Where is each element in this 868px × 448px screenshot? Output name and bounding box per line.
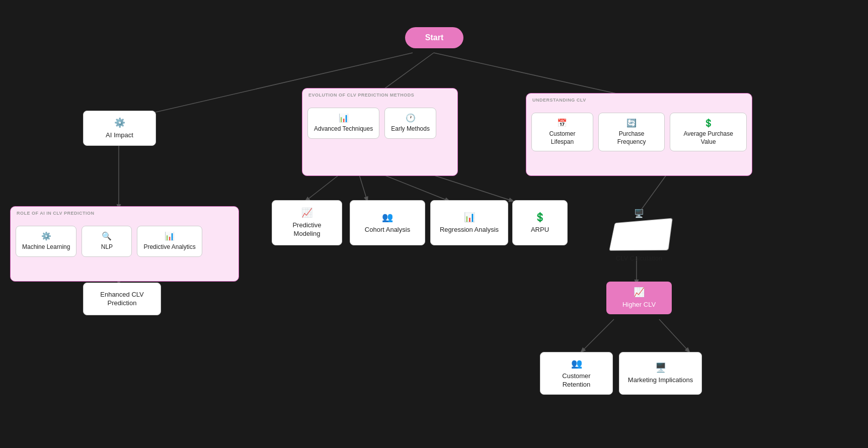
evolution-group: EVOLUTION OF CLV PREDICTION METHODS 📊 Ad… xyxy=(302,88,458,176)
regression-analysis-node[interactable]: 📊 Regression Analysis xyxy=(430,200,508,245)
cohort-analysis-node[interactable]: 👥 Cohort Analysis xyxy=(350,200,425,245)
purchase-frequency-label: Purchase Frequency xyxy=(605,130,659,146)
gear-icon: ⚙️ xyxy=(114,117,125,128)
average-purchase-value-node[interactable]: 💲 Average Purchase Value xyxy=(670,113,747,151)
ai-impact-label: AI Impact xyxy=(106,131,133,140)
people-icon: 👥 xyxy=(382,212,393,223)
higher-clv-label: Higher CLV xyxy=(622,301,656,309)
enhanced-clv-node[interactable]: Enhanced CLV Prediction xyxy=(83,283,161,315)
bar-chart-icon: 📊 xyxy=(165,231,175,241)
enhanced-clv-label: Enhanced CLV Prediction xyxy=(91,291,153,308)
monitor-icon: 🖥️ xyxy=(655,362,666,373)
clv-diamond-shape xyxy=(609,218,673,251)
regression-analysis-label: Regression Analysis xyxy=(440,226,499,234)
clv-calculation-node[interactable]: 🖥️ CLV Calculation xyxy=(596,209,682,263)
svg-line-10 xyxy=(659,319,689,352)
graph-icon: 📊 xyxy=(464,212,475,223)
customer-lifespan-node[interactable]: 📅 Customer Lifespan xyxy=(531,113,593,151)
start-label: Start xyxy=(405,27,463,48)
trend-up-icon: 📈 xyxy=(634,287,645,298)
dollar-icon-2: 💲 xyxy=(534,212,545,223)
arpu-node[interactable]: 💲 ARPU xyxy=(512,200,568,245)
svg-line-0 xyxy=(378,53,434,93)
purchase-frequency-node[interactable]: 🔄 Purchase Frequency xyxy=(598,113,665,151)
understanding-clv-group: UNDERSTANDING CLV 📅 Customer Lifespan 🔄 … xyxy=(526,93,752,176)
search-icon: 🔍 xyxy=(102,231,112,241)
nlp-label: NLP xyxy=(101,243,113,251)
svg-line-1 xyxy=(434,53,637,98)
clock-icon: 🕐 xyxy=(406,113,416,123)
customer-retention-node[interactable]: 👥 Customer Retention xyxy=(540,352,613,395)
customer-retention-label: Customer Retention xyxy=(547,372,605,389)
ai-role-group-label: ROLE OF AI IN CLV PREDICTION xyxy=(17,211,95,216)
machine-learning-label: Machine Learning xyxy=(22,243,70,251)
calc-icon: 🖥️ xyxy=(634,209,644,218)
predictive-analytics-node[interactable]: 📊 Predictive Analytics xyxy=(137,226,202,257)
clv-calculation-label: CLV Calculation xyxy=(616,254,662,263)
higher-clv-node[interactable]: 📈 Higher CLV xyxy=(606,282,672,314)
cohort-analysis-label: Cohort Analysis xyxy=(365,226,410,234)
ai-impact-node[interactable]: ⚙️ AI Impact xyxy=(83,111,156,146)
people-icon-2: 👥 xyxy=(571,358,582,369)
early-methods-node[interactable]: 🕐 Early Methods xyxy=(384,108,436,139)
ai-role-group: ROLE OF AI IN CLV PREDICTION ⚙️ Machine … xyxy=(10,206,239,282)
customer-lifespan-label: Customer Lifespan xyxy=(538,130,587,146)
nlp-node[interactable]: 🔍 NLP xyxy=(82,226,132,257)
refresh-icon: 🔄 xyxy=(626,118,637,128)
early-methods-label: Early Methods xyxy=(391,125,430,133)
predictive-modeling-node[interactable]: 📈 Predictive Modeling xyxy=(272,200,342,245)
advanced-techniques-label: Advanced Techniques xyxy=(314,125,373,133)
understanding-clv-label: UNDERSTANDING CLV xyxy=(532,98,586,103)
predictive-analytics-label: Predictive Analytics xyxy=(143,243,195,251)
advanced-techniques-node[interactable]: 📊 Advanced Techniques xyxy=(307,108,379,139)
svg-line-9 xyxy=(581,319,614,352)
dollar-icon-1: 💲 xyxy=(703,118,714,128)
arpu-label: ARPU xyxy=(531,226,549,234)
marketing-implications-node[interactable]: 🖥️ Marketing Implications xyxy=(619,352,702,395)
gear-icon-2: ⚙️ xyxy=(41,231,51,241)
start-node[interactable]: Start xyxy=(397,25,472,50)
average-purchase-value-label: Average Purchase Value xyxy=(676,130,740,146)
calendar-icon: 📅 xyxy=(557,118,567,128)
chart-icon: 📊 xyxy=(339,113,349,123)
diagram-canvas: Start ⚙️ AI Impact EVOLUTION OF CLV PRED… xyxy=(0,0,868,448)
machine-learning-node[interactable]: ⚙️ Machine Learning xyxy=(16,226,76,257)
trend-icon: 📈 xyxy=(301,207,312,218)
marketing-implications-label: Marketing Implications xyxy=(628,376,693,385)
predictive-modeling-label: Predictive Modeling xyxy=(279,221,335,238)
evolution-group-label: EVOLUTION OF CLV PREDICTION METHODS xyxy=(308,93,414,98)
